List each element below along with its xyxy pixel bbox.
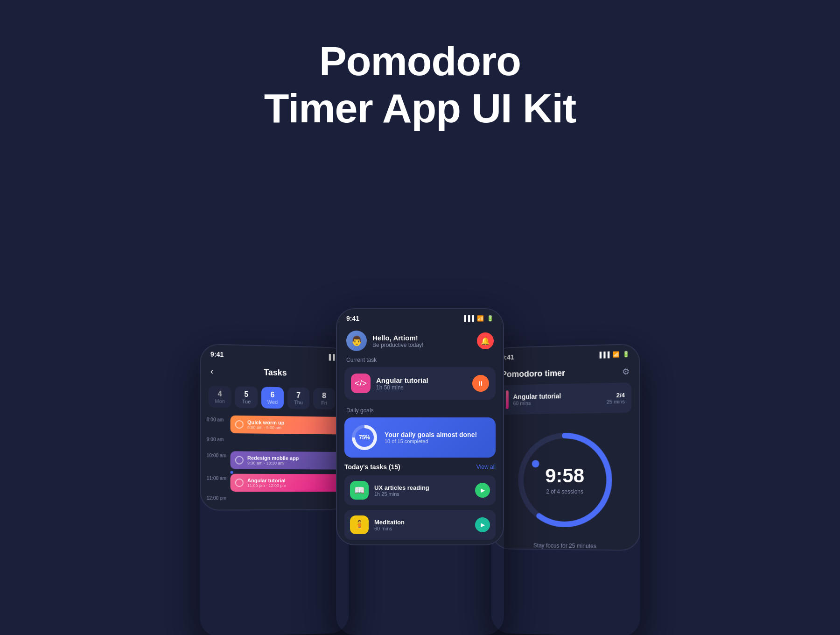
signal-bars-icon: ▐▐▐ — [462, 315, 474, 322]
time-row-12pm: 12:00 pm — [207, 494, 343, 508]
pomo-task-duration: 60 mins — [513, 400, 561, 406]
todays-tasks-header: Today's tasks (15) View all — [337, 463, 503, 471]
pause-icon: ⏸ — [477, 380, 484, 387]
phones-showcase: 9:41 ▐▐▐ ‹ Tasks 4 Mon — [0, 160, 840, 635]
hero-section: Pomodoro Timer App UI Kit — [264, 37, 576, 132]
task-info-wormup: Quick worm up 8:00 am - 9:00 am — [247, 419, 284, 430]
time-label-8am: 8:00 am — [207, 415, 231, 423]
task-list-dur-meditation: 60 mins — [374, 526, 469, 531]
avatar: 👨 — [346, 331, 367, 351]
pomodoro-header: Pomodoro timer ⚙ — [492, 360, 639, 385]
center-status-time: 9:41 — [346, 315, 359, 322]
play-button-ux[interactable]: ▶ — [475, 483, 490, 498]
right-battery-icon: 🔋 — [623, 351, 630, 358]
time-row-11am: 11:00 am Angular tutorial 11:00 pm - 12:… — [207, 474, 343, 492]
current-task-info: Angular tutorial 1h 50 mins — [376, 376, 467, 391]
book-icon: 📖 — [354, 485, 364, 495]
time-label-11am: 11:00 am — [207, 474, 231, 481]
center-status-bar: 9:41 ▐▐▐ 📶 🔋 — [337, 309, 503, 325]
timer-circle-container: 9:58 2 of 4 sessions — [492, 418, 639, 542]
timer-display: 9:58 2 of 4 sessions — [545, 465, 584, 495]
time-row-10am: 10:00 am Redesign mobile app 9:30 am - 1… — [207, 451, 343, 470]
time-label-10am: 10:00 am — [207, 451, 231, 458]
right-signal-icon: ▐▐▐ — [598, 352, 610, 359]
daily-goals-section: 75% Your daily goals almost done! 10 of … — [337, 417, 503, 458]
right-status-icons: ▐▐▐ 📶 🔋 — [598, 351, 630, 358]
calendar-day-thu[interactable]: 7 Thu — [287, 387, 309, 409]
task-time-angular: 11:00 pm - 12:00 pm — [247, 483, 286, 488]
goals-title: Your daily goals almost done! — [385, 431, 477, 438]
left-phone: 9:41 ▐▐▐ ‹ Tasks 4 Mon — [200, 344, 349, 635]
goals-completed: 10 of 15 completed — [385, 438, 477, 444]
view-all-button[interactable]: View all — [476, 464, 496, 470]
right-wifi-icon: 📶 — [613, 351, 620, 358]
tasks-content: ‹ Tasks 4 Mon 5 Tue 6 Wed — [201, 360, 348, 509]
left-status-time: 9:41 — [210, 350, 224, 358]
calendar-day-wed[interactable]: 6 Wed — [261, 387, 284, 409]
task-list-item-ux[interactable]: 📖 UX articles reading 1h 25 mins ▶ — [344, 475, 496, 505]
task-list-item-meditation[interactable]: 🧘 Meditation 60 mins ▶ — [344, 510, 496, 540]
user-info: 👨 Hello, Artiom! Be productive today! — [346, 331, 423, 351]
timer-sessions: 2 of 4 sessions — [546, 488, 583, 495]
user-header: 👨 Hello, Artiom! Be productive today! 🔔 — [337, 325, 503, 357]
todays-tasks-label: Today's tasks (15) — [344, 463, 400, 471]
time-line-11am: Angular tutorial 11:00 pm - 12:00 pm — [231, 474, 343, 492]
pause-button[interactable]: ⏸ — [472, 375, 489, 392]
play-button-meditation[interactable]: ▶ — [475, 517, 490, 532]
progress-circle: 75% — [352, 425, 377, 450]
pomo-task-left: Angular tutorial 60 mins — [506, 389, 561, 409]
goals-text: Your daily goals almost done! 10 of 15 c… — [385, 431, 477, 444]
notification-button[interactable]: 🔔 — [477, 332, 494, 349]
task-block-redesign[interactable]: Redesign mobile app 9:30 am - 10:30 am — [231, 451, 343, 469]
stay-focus-text: Stay focus for 25 minutes — [492, 542, 639, 550]
task-name-angular: Angular tutorial — [247, 478, 286, 483]
task-dot-angular — [235, 479, 244, 487]
task-dot-redesign — [235, 456, 244, 464]
current-task-label: Current task — [337, 357, 503, 363]
svg-point-2 — [532, 460, 539, 467]
task-name-redesign: Redesign mobile app — [247, 455, 299, 461]
center-content: 👨 Hello, Artiom! Be productive today! 🔔 … — [337, 325, 503, 544]
task-list-name-ux: UX articles reading — [374, 484, 469, 491]
calendar-row: 4 Mon 5 Tue 6 Wed 7 Thu — [201, 382, 348, 413]
pomo-sessions: 2/4 — [607, 391, 625, 399]
calendar-day-fri[interactable]: 8 Fri — [313, 388, 335, 409]
task-block-wormup[interactable]: Quick worm up 8:00 am - 9:00 am — [231, 416, 343, 435]
task-info-redesign: Redesign mobile app 9:30 am - 10:30 am — [247, 455, 299, 466]
calendar-day-prev[interactable]: 4 Mon — [209, 386, 231, 408]
wifi-icon: 📶 — [477, 315, 484, 322]
pomo-task-indicator — [506, 390, 509, 409]
code-icon: </> — [355, 379, 367, 388]
calendar-day-tue[interactable]: 5 Tue — [235, 386, 258, 408]
meditation-icon: 🧘 — [354, 520, 364, 530]
back-button[interactable]: ‹ — [210, 367, 213, 376]
time-line-8am: Quick worm up 8:00 am - 9:00 am — [231, 416, 343, 435]
current-task-name: Angular tutorial — [376, 376, 467, 384]
time-label-9am: 9:00 am — [207, 435, 231, 442]
task-block-angular[interactable]: Angular tutorial 11:00 pm - 12:00 pm — [231, 474, 343, 492]
task-name-wormup: Quick worm up — [247, 419, 284, 425]
tasks-title: Tasks — [264, 367, 287, 378]
pomodoro-task-row[interactable]: Angular tutorial 60 mins 2/4 25 mins — [499, 382, 631, 415]
pomo-task-right: 2/4 25 mins — [607, 391, 625, 404]
goals-card[interactable]: 75% Your daily goals almost done! 10 of … — [344, 417, 496, 458]
pomo-time-left: 25 mins — [607, 398, 625, 404]
current-task-card[interactable]: </> Angular tutorial 1h 50 mins ⏸ — [344, 367, 496, 400]
time-row-8am: 8:00 am Quick worm up 8:00 am - 9:00 am — [207, 415, 343, 435]
user-greeting: Hello, Artiom! Be productive today! — [372, 334, 423, 348]
task-list-dur-ux: 1h 25 mins — [374, 491, 469, 497]
greeting-subtitle: Be productive today! — [372, 342, 423, 348]
time-label-12pm: 12:00 pm — [207, 494, 231, 501]
daily-goals-label: Daily goals — [337, 407, 503, 414]
settings-icon[interactable]: ⚙ — [622, 367, 630, 377]
timer-time: 9:58 — [545, 465, 584, 487]
pomodoro-title: Pomodoro timer — [501, 368, 565, 379]
time-line-10am: Redesign mobile app 9:30 am - 10:30 am — [231, 451, 343, 469]
tasks-header: ‹ Tasks — [201, 360, 348, 385]
battery-icon: 🔋 — [487, 315, 494, 322]
avatar-image: 👨 — [346, 331, 367, 351]
greeting-text: Hello, Artiom! — [372, 334, 423, 342]
center-status-icons: ▐▐▐ 📶 🔋 — [462, 315, 494, 322]
page-title: Pomodoro Timer App UI Kit — [264, 37, 576, 132]
bell-icon: 🔔 — [481, 337, 490, 346]
